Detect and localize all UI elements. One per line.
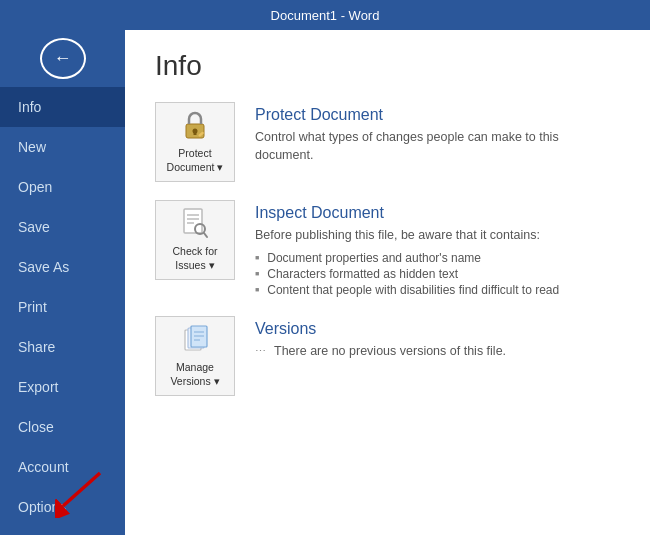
check-issues-button[interactable]: Check forIssues ▾: [155, 200, 235, 280]
sidebar-item-export[interactable]: Export: [0, 367, 125, 407]
main-panel: Info ProtectDocument ▾ Protect Document …: [125, 30, 650, 535]
protect-document-button[interactable]: ProtectDocument ▾: [155, 102, 235, 182]
versions-heading: Versions: [255, 320, 620, 338]
versions-description: There are no previous versions of this f…: [274, 343, 506, 361]
sidebar: ← Info New Open Save Save As Print Share…: [0, 30, 125, 535]
check-issues-icon-label: Check forIssues ▾: [173, 245, 218, 272]
sidebar-item-print[interactable]: Print: [0, 287, 125, 327]
inspect-heading: Inspect Document: [255, 204, 620, 222]
bullet-item: Content that people with disabilities fi…: [255, 282, 620, 298]
svg-line-11: [204, 233, 207, 237]
sidebar-item-share[interactable]: Share: [0, 327, 125, 367]
protect-icon-label: ProtectDocument ▾: [167, 147, 224, 174]
title-text: Document1 - Word: [271, 8, 380, 23]
inspect-description: Before publishing this file, be aware th…: [255, 227, 620, 245]
sidebar-item-info[interactable]: Info: [0, 87, 125, 127]
sidebar-item-save[interactable]: Save: [0, 207, 125, 247]
protect-text: Protect Document Control what types of c…: [255, 102, 620, 164]
sidebar-item-close[interactable]: Close: [0, 407, 125, 447]
inspect-bullets: Document properties and author's name Ch…: [255, 250, 620, 298]
inspect-text: Inspect Document Before publishing this …: [255, 200, 620, 298]
protect-section: ProtectDocument ▾ Protect Document Contr…: [155, 102, 620, 182]
protect-description: Control what types of changes people can…: [255, 129, 620, 164]
inspect-icon: [180, 207, 210, 241]
svg-rect-6: [184, 209, 202, 233]
manage-versions-button[interactable]: ManageVersions ▾: [155, 316, 235, 396]
bullet-item: Document properties and author's name: [255, 250, 620, 266]
bullet-item: Characters formatted as hidden text: [255, 266, 620, 282]
sidebar-item-open[interactable]: Open: [0, 167, 125, 207]
back-button[interactable]: ←: [40, 38, 86, 79]
svg-rect-4: [194, 131, 197, 135]
versions-description-area: ⋯ There are no previous versions of this…: [255, 343, 620, 361]
svg-line-1: [63, 473, 100, 506]
back-icon: ←: [54, 48, 72, 69]
versions-text: Versions ⋯ There are no previous version…: [255, 316, 620, 361]
versions-small-icon: ⋯: [255, 345, 266, 358]
lock-icon: [180, 109, 210, 143]
arrow-indicator: [55, 468, 110, 521]
protect-heading: Protect Document: [255, 106, 620, 124]
title-bar: Document1 - Word: [0, 0, 650, 30]
manage-versions-icon-label: ManageVersions ▾: [170, 361, 219, 388]
page-title: Info: [155, 50, 620, 82]
sidebar-item-new[interactable]: New: [0, 127, 125, 167]
sidebar-item-saveas[interactable]: Save As: [0, 247, 125, 287]
versions-section: ManageVersions ▾ Versions ⋯ There are no…: [155, 316, 620, 396]
sidebar-item-options[interactable]: Options: [0, 487, 125, 527]
versions-icon: [178, 323, 212, 357]
inspect-section: Check forIssues ▾ Inspect Document Befor…: [155, 200, 620, 298]
